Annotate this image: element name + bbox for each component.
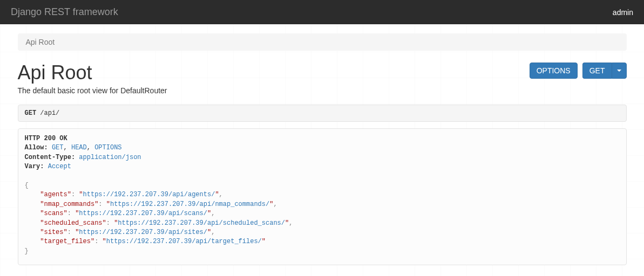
json-open-brace: { (25, 182, 29, 189)
header-row: Api Root OPTIONS GET (18, 61, 627, 84)
request-path: /api/ (40, 109, 59, 117)
request-info: GET /api/ (18, 105, 627, 122)
user-menu[interactable]: admin (613, 8, 633, 17)
response-header-value: Accept (48, 163, 71, 170)
json-key: "target_files" (40, 238, 94, 245)
page-title: Api Root (18, 61, 92, 84)
get-button[interactable]: GET (582, 63, 612, 79)
response-header-name: Content-Type: (25, 154, 76, 161)
response-header-value: GET (52, 144, 64, 151)
action-buttons: OPTIONS GET (530, 63, 627, 79)
json-link[interactable]: https://192.237.207.39/api/nmap_commands… (110, 201, 269, 208)
get-split-button: GET (582, 63, 627, 79)
json-key: "agents" (40, 191, 71, 198)
response-header-name: Allow: (25, 144, 48, 151)
response-panel: HTTP 200 OK Allow: GET, HEAD, OPTIONS Co… (18, 128, 627, 265)
response-header-value: HEAD (71, 144, 87, 151)
json-key: "sites" (40, 229, 67, 236)
json-key: "scheduled_scans" (40, 219, 106, 227)
json-close-brace: } (25, 247, 29, 255)
options-button[interactable]: OPTIONS (530, 63, 578, 79)
json-link[interactable]: https://192.237.207.39/api/agents/ (83, 191, 215, 198)
response-header-value: application/json (79, 154, 141, 161)
response-status-line: HTTP 200 OK (25, 135, 67, 142)
response-header-value: OPTIONS (94, 144, 121, 151)
response-header-name: Vary: (25, 163, 44, 170)
get-dropdown-toggle[interactable] (612, 63, 627, 79)
json-key: "scans" (40, 210, 67, 217)
json-link[interactable]: https://192.237.207.39/api/scans/ (79, 210, 207, 217)
caret-down-icon (617, 70, 621, 72)
breadcrumb: Api Root (18, 33, 627, 51)
page-description: The default basic root view for DefaultR… (18, 86, 627, 95)
main-container: Api Root Api Root OPTIONS GET The defaul… (9, 33, 635, 265)
navbar: Django REST framework admin (0, 0, 644, 24)
request-method: GET (25, 109, 37, 117)
brand-link[interactable]: Django REST framework (11, 6, 118, 18)
breadcrumb-current: Api Root (26, 38, 55, 46)
json-key: "nmap_commands" (40, 201, 98, 208)
json-link[interactable]: https://192.237.207.39/api/target_files/ (106, 238, 262, 245)
json-link[interactable]: https://192.237.207.39/api/scheduled_sca… (118, 219, 285, 227)
json-link[interactable]: https://192.237.207.39/api/sites/ (79, 229, 207, 236)
